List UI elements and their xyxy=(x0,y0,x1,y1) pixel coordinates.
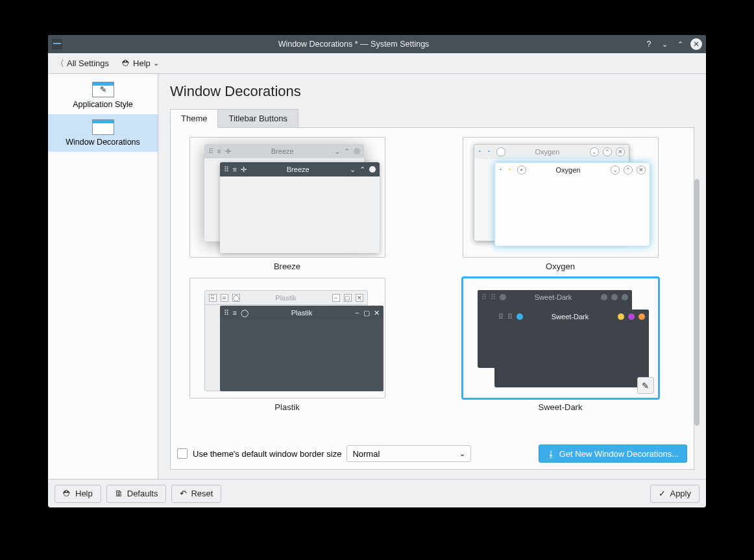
chevron-down-icon: ⌄ xyxy=(459,450,465,458)
back-icon: 〈 xyxy=(56,58,64,69)
titlebar: Window Decorations * — System Settings ?… xyxy=(48,35,706,53)
application-style-icon xyxy=(92,82,114,97)
all-settings-label: All Settings xyxy=(67,58,109,68)
preview-title: Oxygen xyxy=(509,148,586,156)
window-title: Window Decorations * — System Settings xyxy=(66,40,641,49)
apply-button[interactable]: ✓ Apply xyxy=(650,485,699,503)
help-titlebar-button[interactable]: ? xyxy=(642,37,656,51)
theme-cell-breeze[interactable]: ⠿≡✛ Breeze ⌄⌃ ⠿≡✛ Breeze xyxy=(180,137,395,271)
help-menu-button[interactable]: ⛑ Help ⌄ xyxy=(119,57,162,69)
reset-button[interactable]: ↶ Reset xyxy=(171,485,221,503)
tab-theme[interactable]: Theme xyxy=(170,109,218,128)
help-label: Help xyxy=(75,489,93,498)
defaults-label: Defaults xyxy=(127,489,158,498)
theme-cell-sweet-dark[interactable]: ⠿⠿ Sweet-Dark xyxy=(453,278,668,412)
checkbox-label: Use theme's default window border size xyxy=(193,449,341,459)
preview-title: Plastik xyxy=(252,309,351,317)
body: Application Style Window Decorations Win… xyxy=(48,74,706,479)
help-label: Help xyxy=(133,58,151,68)
preview-title: Oxygen xyxy=(530,166,607,174)
defaults-icon: 🗎 xyxy=(115,489,123,498)
minimize-button[interactable]: ⌄ xyxy=(657,37,672,51)
maximize-button[interactable]: ⌃ xyxy=(673,37,687,51)
app-icon xyxy=(52,39,62,49)
preview-title: Sweet-Dark xyxy=(527,313,614,321)
theme-name-label: Breeze xyxy=(180,262,395,271)
chevron-down-icon: ⌄ xyxy=(153,59,159,67)
sidebar-item-application-style[interactable]: Application Style xyxy=(48,77,158,114)
footer: ⛑ Help 🗎 Defaults ↶ Reset ✓ Apply xyxy=(48,479,706,507)
scrollbar-handle[interactable] xyxy=(694,179,699,426)
theme-cell-plastik[interactable]: ⠿≡◯ Plastik −▢✕ ⠿≡◯ Plastik xyxy=(180,278,395,412)
page-title: Window Decorations xyxy=(170,83,694,100)
settings-window: Window Decorations * — System Settings ?… xyxy=(48,35,706,507)
content: Window Decorations Theme Titlebar Button… xyxy=(158,74,706,479)
sidebar: Application Style Window Decorations xyxy=(48,74,158,479)
preview-title: Breeze xyxy=(235,147,330,155)
theme-thumbnail: ⠿≡✛ Breeze ⌄⌃ ⠿≡✛ Breeze xyxy=(189,137,385,258)
all-settings-button[interactable]: 〈 All Settings xyxy=(53,56,112,71)
scrollbar[interactable] xyxy=(694,179,699,452)
panel-footer: Use theme's default window border size N… xyxy=(177,439,687,463)
theme-cell-oxygen[interactable]: ⠂⠂ Oxygen ⌄⌃✕ ⠂⠂ • xyxy=(453,137,668,271)
preview-title: Breeze xyxy=(250,165,346,173)
theme-panel: ⠿≡✛ Breeze ⌄⌃ ⠿≡✛ Breeze xyxy=(170,128,694,470)
window-decorations-icon xyxy=(92,119,114,135)
help-icon: ⛑ xyxy=(63,489,71,498)
help-button[interactable]: ⛑ Help xyxy=(55,485,101,503)
defaults-button[interactable]: 🗎 Defaults xyxy=(106,485,167,503)
check-icon: ✓ xyxy=(659,489,666,498)
edit-theme-button[interactable]: ✎ xyxy=(637,377,654,394)
get-new-decorations-button[interactable]: ⭳ Get New Window Decorations... xyxy=(539,444,687,463)
theme-thumbnail: ⠂⠂ Oxygen ⌄⌃✕ ⠂⠂ • xyxy=(463,137,659,258)
sidebar-item-window-decorations[interactable]: Window Decorations xyxy=(48,114,158,152)
preview-title: Plastik xyxy=(244,294,328,302)
preview-title: Sweet-Dark xyxy=(510,293,597,301)
tab-bar: Theme Titlebar Buttons xyxy=(170,109,694,128)
sidebar-item-label: Window Decorations xyxy=(51,138,155,147)
reset-label: Reset xyxy=(191,489,213,498)
theme-thumbnail: ⠿⠿ Sweet-Dark xyxy=(463,278,659,398)
tab-titlebar-buttons[interactable]: Titlebar Buttons xyxy=(217,109,298,127)
download-icon: ⭳ xyxy=(547,449,555,459)
theme-name-label: Plastik xyxy=(180,402,395,412)
theme-thumbnail: ⠿≡◯ Plastik −▢✕ ⠿≡◯ Plastik xyxy=(189,278,385,398)
border-size-select[interactable]: Normal ⌄ xyxy=(347,445,471,462)
close-button[interactable]: ✕ xyxy=(690,38,702,50)
toolbar: 〈 All Settings ⛑ Help ⌄ xyxy=(48,53,706,74)
use-default-border-checkbox[interactable] xyxy=(177,448,188,459)
help-icon: ⛑ xyxy=(122,58,130,68)
border-size-value: Normal xyxy=(352,449,380,459)
apply-label: Apply xyxy=(670,489,691,498)
get-new-label: Get New Window Decorations... xyxy=(559,449,679,459)
theme-name-label: Oxygen xyxy=(453,262,668,271)
theme-grid[interactable]: ⠿≡✛ Breeze ⌄⌃ ⠿≡✛ Breeze xyxy=(177,134,687,439)
reset-icon: ↶ xyxy=(180,489,187,498)
sidebar-item-label: Application Style xyxy=(51,100,155,109)
theme-name-label: Sweet-Dark xyxy=(453,402,668,412)
